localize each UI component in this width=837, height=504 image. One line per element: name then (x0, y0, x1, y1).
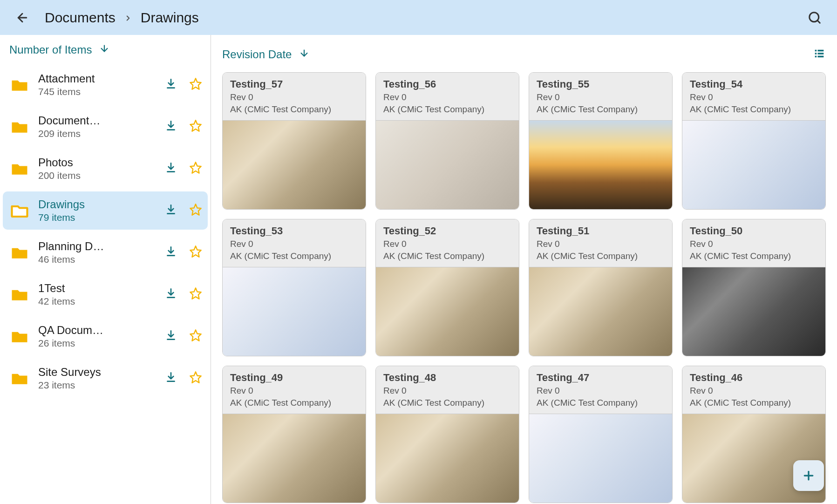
svg-rect-25 (815, 56, 817, 58)
favorite-button[interactable] (189, 203, 202, 218)
document-card[interactable]: Testing_53Rev 0AK (CMiC Test Company) (222, 219, 366, 356)
sidebar-folder-qa-docum-[interactable]: QA Docum…26 items (3, 317, 208, 355)
sidebar-folder-photos[interactable]: Photos200 items (3, 150, 208, 188)
sidebar-folder-1test[interactable]: 1Test42 items (3, 275, 208, 313)
card-header: Testing_47Rev 0AK (CMiC Test Company) (529, 366, 672, 414)
main-sort-label: Revision Date (222, 48, 292, 61)
download-button[interactable] (165, 78, 177, 92)
card-title: Testing_49 (230, 372, 358, 384)
svg-marker-5 (190, 78, 201, 89)
card-title: Testing_46 (690, 372, 818, 384)
main-header: Revision Date (222, 47, 826, 72)
folder-count: 26 items (38, 338, 157, 349)
breadcrumb-current[interactable]: Drawings (141, 10, 199, 26)
svg-rect-21 (815, 50, 817, 52)
favorite-button[interactable] (189, 287, 202, 302)
card-revision: Rev 0 (537, 239, 665, 249)
document-card[interactable]: Testing_52Rev 0AK (CMiC Test Company) (375, 219, 519, 356)
folder-name: QA Docum… (38, 324, 157, 337)
card-revision: Rev 0 (690, 386, 818, 396)
card-header: Testing_56Rev 0AK (CMiC Test Company) (376, 73, 519, 121)
list-view-icon (813, 47, 826, 60)
document-card[interactable]: Testing_48Rev 0AK (CMiC Test Company) (375, 366, 519, 503)
card-revision: Rev 0 (383, 239, 511, 249)
folder-count: 200 items (38, 170, 157, 181)
card-header: Testing_50Rev 0AK (CMiC Test Company) (682, 219, 825, 267)
favorite-button[interactable] (189, 161, 202, 176)
folder-count: 209 items (38, 128, 157, 139)
main-sort[interactable]: Revision Date (222, 48, 309, 61)
sidebar-folder-drawings[interactable]: Drawings79 items (3, 191, 208, 230)
folder-info: QA Docum…26 items (38, 324, 157, 349)
download-button[interactable] (165, 162, 177, 176)
sidebar: Number of Items Attachment745 itemsDocum… (0, 35, 211, 504)
breadcrumb: Documents Drawings (45, 10, 199, 26)
download-button[interactable] (165, 204, 177, 218)
sidebar-sort[interactable]: Number of Items (3, 43, 208, 66)
folder-count: 745 items (38, 86, 157, 97)
document-card[interactable]: Testing_54Rev 0AK (CMiC Test Company) (682, 72, 826, 210)
document-card[interactable]: Testing_56Rev 0AK (CMiC Test Company) (375, 72, 519, 210)
add-button[interactable] (793, 460, 824, 491)
folder-icon (8, 326, 31, 347)
folder-actions (165, 119, 202, 134)
card-author: AK (CMiC Test Company) (383, 104, 511, 115)
document-card[interactable]: Testing_57Rev 0AK (CMiC Test Company) (222, 72, 366, 210)
card-thumbnail (223, 267, 366, 356)
folder-count: 46 items (38, 254, 157, 265)
card-revision: Rev 0 (383, 92, 511, 102)
card-author: AK (CMiC Test Company) (230, 398, 358, 408)
card-author: AK (CMiC Test Company) (537, 251, 665, 261)
list-view-toggle[interactable] (813, 47, 826, 62)
document-card[interactable]: Testing_55Rev 0AK (CMiC Test Company) (529, 72, 673, 210)
svg-rect-23 (815, 53, 817, 54)
card-thumbnail (223, 414, 366, 503)
card-revision: Rev 0 (537, 92, 665, 102)
download-button[interactable] (165, 120, 177, 134)
card-title: Testing_56 (383, 78, 511, 90)
folder-name: Photos (38, 156, 157, 169)
card-header: Testing_48Rev 0AK (CMiC Test Company) (376, 366, 519, 414)
svg-rect-22 (818, 50, 824, 52)
document-card[interactable]: Testing_47Rev 0AK (CMiC Test Company) (529, 366, 673, 503)
document-card[interactable]: Testing_49Rev 0AK (CMiC Test Company) (222, 366, 366, 503)
folder-actions (165, 161, 202, 176)
sidebar-sort-label: Number of Items (9, 43, 92, 56)
card-thumbnail (529, 121, 672, 209)
card-revision: Rev 0 (230, 386, 358, 396)
card-thumbnail (682, 121, 825, 209)
download-button[interactable] (165, 329, 177, 343)
card-header: Testing_51Rev 0AK (CMiC Test Company) (529, 219, 672, 267)
search-button[interactable] (803, 7, 826, 29)
favorite-button[interactable] (189, 371, 202, 386)
sidebar-folder-planning-d-[interactable]: Planning D…46 items (3, 233, 208, 272)
svg-marker-11 (190, 204, 201, 215)
search-icon (808, 11, 822, 25)
sidebar-folder-document-[interactable]: Document…209 items (3, 108, 208, 146)
favorite-button[interactable] (189, 245, 202, 260)
download-button[interactable] (165, 371, 177, 385)
download-button[interactable] (165, 287, 177, 301)
favorite-button[interactable] (189, 329, 202, 344)
folder-icon (8, 242, 31, 263)
breadcrumb-parent[interactable]: Documents (45, 10, 116, 26)
sidebar-folder-site-surveys[interactable]: Site Surveys23 items (3, 359, 208, 397)
document-card[interactable]: Testing_51Rev 0AK (CMiC Test Company) (529, 219, 673, 356)
favorite-button[interactable] (189, 77, 202, 92)
card-author: AK (CMiC Test Company) (690, 104, 818, 115)
folder-actions (165, 371, 202, 386)
back-button[interactable] (11, 7, 34, 29)
card-revision: Rev 0 (690, 239, 818, 249)
chevron-right-icon (124, 10, 132, 26)
sidebar-folder-attachment[interactable]: Attachment745 items (3, 66, 208, 104)
download-button[interactable] (165, 245, 177, 259)
document-card[interactable]: Testing_50Rev 0AK (CMiC Test Company) (682, 219, 826, 356)
card-author: AK (CMiC Test Company) (383, 251, 511, 261)
favorite-button[interactable] (189, 119, 202, 134)
folder-info: Drawings79 items (38, 198, 157, 223)
folder-icon (8, 368, 31, 388)
card-header: Testing_52Rev 0AK (CMiC Test Company) (376, 219, 519, 267)
card-header: Testing_46Rev 0AK (CMiC Test Company) (682, 366, 825, 414)
card-author: AK (CMiC Test Company) (230, 251, 358, 261)
card-title: Testing_52 (383, 225, 511, 237)
